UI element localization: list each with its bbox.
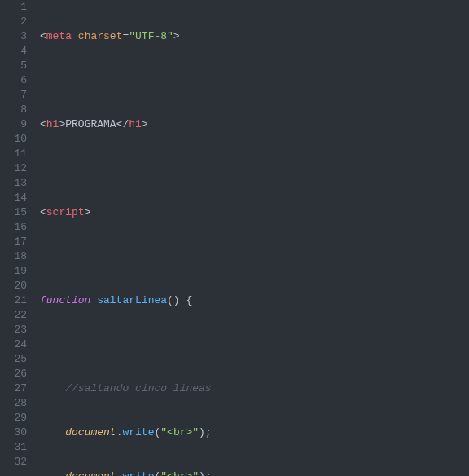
line-number: 10	[0, 132, 27, 147]
line-number: 22	[0, 308, 27, 323]
line-number: 4	[0, 44, 27, 59]
line-number: 21	[0, 293, 27, 308]
line-number: 1	[0, 0, 27, 15]
code-line[interactable]: //saltando cinco lineas	[37, 381, 469, 396]
line-number: 7	[0, 88, 27, 103]
line-number: 15	[0, 205, 27, 220]
code-area[interactable]: <meta charset="UTF-8"> <h1>PROGRAMA</h1>…	[37, 0, 469, 476]
line-number: 32	[0, 455, 27, 469]
line-number: 26	[0, 367, 27, 381]
code-line[interactable]	[37, 337, 469, 352]
line-number: 19	[0, 264, 27, 279]
line-number: 25	[0, 352, 27, 367]
line-number: 11	[0, 147, 27, 161]
code-line[interactable]	[37, 249, 469, 264]
line-number: 2	[0, 15, 27, 29]
line-number-gutter: 1 2 3 4 5 6 7 8 9 10 11 12 13 14 15 16 1…	[0, 0, 37, 476]
code-line[interactable]	[37, 73, 469, 88]
line-number: 18	[0, 249, 27, 264]
line-number: 16	[0, 220, 27, 235]
line-number: 30	[0, 425, 27, 440]
code-editor[interactable]: 1 2 3 4 5 6 7 8 9 10 11 12 13 14 15 16 1…	[0, 0, 469, 476]
line-number: 12	[0, 161, 27, 176]
line-number: 27	[0, 381, 27, 396]
code-line[interactable]: <script>	[37, 205, 469, 220]
line-number: 17	[0, 235, 27, 249]
line-number: 20	[0, 279, 27, 293]
code-line[interactable]: document.write("<br>");	[37, 425, 469, 440]
line-number: 31	[0, 440, 27, 455]
line-number: 8	[0, 103, 27, 117]
line-number: 5	[0, 59, 27, 73]
code-line[interactable]: function saltarLinea() {	[37, 293, 469, 308]
line-number: 23	[0, 323, 27, 337]
line-number: 3	[0, 29, 27, 44]
line-number: 29	[0, 411, 27, 425]
line-number: 6	[0, 73, 27, 88]
code-line[interactable]: document.write("<br>");	[37, 469, 469, 476]
line-number: 13	[0, 176, 27, 191]
line-number: 24	[0, 337, 27, 352]
line-number: 28	[0, 396, 27, 411]
line-number: 14	[0, 191, 27, 205]
code-line[interactable]	[37, 161, 469, 176]
line-number: 9	[0, 117, 27, 132]
code-line[interactable]: <meta charset="UTF-8">	[37, 29, 469, 44]
code-line[interactable]: <h1>PROGRAMA</h1>	[37, 117, 469, 132]
